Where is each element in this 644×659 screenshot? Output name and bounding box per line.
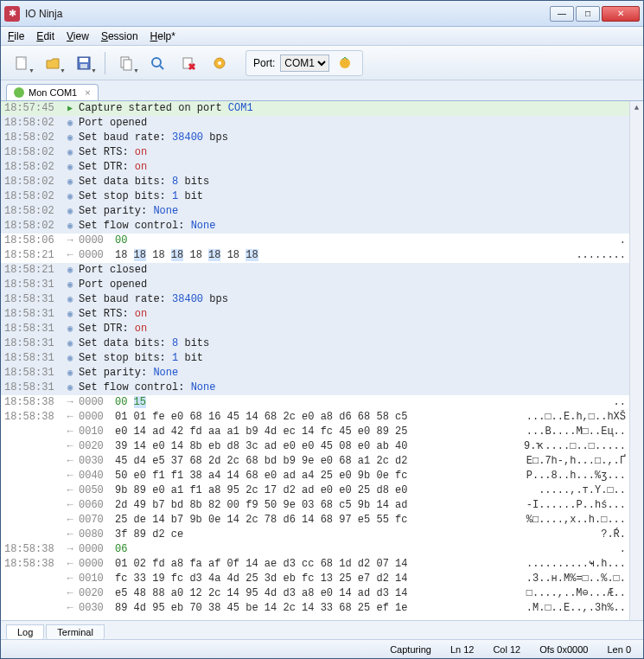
log-line[interactable]: 18:58:02 Set DTR: on — [1, 160, 643, 175]
tab-close-icon[interactable]: × — [85, 87, 90, 98]
log-line[interactable]: 18:58:02 Set baud rate: 38400 bps — [1, 131, 643, 145]
status-ofs: Ofs 0x0000 — [539, 644, 588, 655]
settings-button[interactable] — [206, 50, 233, 76]
log-line[interactable]: 18:58:06 0000 00. — [1, 234, 643, 248]
log-line[interactable]: 18:58:21 0000 18 18 18 18 18 18 18 18...… — [1, 248, 643, 263]
log-line[interactable]: 18:58:02 Set flow control: None — [1, 219, 643, 234]
timestamp: 18:58:31 — [4, 366, 61, 381]
log-text: Set baud rate: 38400 bps — [79, 292, 228, 307]
session-tabs: Mon COM1 × — [1, 80, 643, 101]
log-area[interactable]: ▲ 18:57:45 Capture started on port COM11… — [1, 101, 643, 620]
toolbar: ▼ ▼ ▼ ▼ Port: COM1 — [1, 46, 643, 80]
ascii-dump: ...B....M□..Eц.. — [526, 425, 643, 439]
log-line[interactable]: 18:58:31 Set DTR: on — [1, 322, 643, 336]
rx-arrow-icon — [61, 528, 79, 542]
timestamp: 18:58:31 — [4, 278, 61, 292]
timestamp: 18:57:45 — [4, 101, 61, 116]
rx-arrow-icon — [61, 513, 79, 528]
menu-file[interactable]: File — [8, 30, 24, 42]
capture-button[interactable] — [335, 54, 355, 73]
tab-terminal[interactable]: Terminal — [46, 624, 105, 639]
ascii-dump: ..........ҹ.h... — [526, 557, 643, 572]
log-line[interactable]: 0030 89 4d 95 eb 70 38 45 be 14 2c 14 33… — [1, 601, 643, 616]
info-icon — [61, 189, 79, 204]
svg-point-12 — [218, 61, 221, 65]
log-line[interactable]: 18:58:31 Set RTS: on — [1, 307, 643, 322]
log-text: Set data bits: 8 bits — [79, 336, 209, 351]
info-icon — [61, 175, 79, 189]
info-icon — [61, 336, 79, 351]
close-button[interactable]: ✕ — [602, 6, 640, 22]
tab-label: Mon COM1 — [29, 87, 77, 98]
tab-mon-com1[interactable]: Mon COM1 × — [6, 84, 99, 100]
log-line[interactable]: 18:58:38 0000 01 02 fd a8 fa af 0f 14 ae… — [1, 557, 643, 572]
port-label: Port: — [253, 57, 275, 69]
log-line[interactable]: 18:58:02 Set parity: None — [1, 204, 643, 219]
port-select[interactable]: COM1 — [280, 54, 329, 72]
tab-log[interactable]: Log — [6, 624, 44, 639]
tx-arrow-icon — [61, 234, 79, 248]
app-icon: ✱ — [4, 6, 20, 22]
timestamp — [4, 572, 61, 586]
copy-button[interactable]: ▼ — [112, 50, 140, 76]
log-line[interactable]: 0030 45 d4 e5 37 68 2d 2c 68 bd b9 9e e0… — [1, 454, 643, 469]
timestamp: 18:58:38 — [4, 410, 61, 425]
ascii-dump: %□....,x..h.□... — [526, 513, 643, 528]
log-line[interactable]: 18:58:31 Set flow control: None — [1, 381, 643, 395]
log-line[interactable]: 18:58:31 Set stop bits: 1 bit — [1, 351, 643, 366]
log-line[interactable]: 0010 fc 33 19 fc d3 4a 4d 25 3d eb fc 13… — [1, 572, 643, 586]
hex-bytes: 18 18 18 18 18 18 18 18 — [115, 248, 258, 263]
menu-help[interactable]: Help* — [150, 30, 175, 42]
log-line[interactable]: 0060 2d 49 b7 bd 8b 82 00 f9 50 9e 03 68… — [1, 498, 643, 513]
log-line[interactable]: 0040 50 e0 f1 f1 38 a4 14 68 e0 ad a4 25… — [1, 469, 643, 483]
scroll-up-icon[interactable]: ▲ — [630, 101, 643, 115]
log-line[interactable]: 18:58:21 Port closed — [1, 263, 643, 278]
hex-offset: 0040 — [79, 469, 115, 483]
log-line[interactable]: 0070 25 de 14 b7 9b 0e 14 2c 78 d6 14 68… — [1, 513, 643, 528]
find-button[interactable] — [143, 50, 171, 76]
tab-icon — [14, 87, 24, 98]
hex-bytes: 01 02 fd a8 fa af 0f 14 ae d3 cc 68 1d d… — [115, 557, 407, 572]
timestamp: 18:58:31 — [4, 351, 61, 366]
log-line[interactable]: 0010 e0 14 ad 42 fd aa a1 b9 4d ec 14 fc… — [1, 425, 643, 439]
scrollbar[interactable]: ▲ — [629, 101, 643, 620]
svg-point-13 — [340, 58, 350, 68]
log-line[interactable]: 18:58:31 Set parity: None — [1, 366, 643, 381]
hex-offset: 0000 — [79, 395, 115, 410]
hex-bytes: 06 — [115, 542, 127, 557]
new-button[interactable]: ▼ — [8, 50, 35, 76]
minimize-button[interactable]: — — [550, 6, 574, 22]
log-line[interactable]: 0020 39 14 e0 14 8b eb d8 3c ad e0 e0 45… — [1, 439, 643, 454]
save-button[interactable]: ▼ — [70, 50, 98, 76]
log-line[interactable]: 0050 9b 89 e0 a1 f1 a8 95 2c 17 d2 ad e0… — [1, 483, 643, 498]
info-icon — [61, 278, 79, 292]
timestamp: 18:58:31 — [4, 292, 61, 307]
log-line[interactable]: 0080 3f 89 d2 ce?.Ŕ. — [1, 528, 643, 542]
log-line[interactable]: 18:58:02 Port opened — [1, 116, 643, 131]
open-button[interactable]: ▼ — [39, 50, 67, 76]
hex-offset: 0010 — [79, 425, 115, 439]
ascii-dump: .M.□..E..,.3h%.. — [526, 601, 643, 616]
log-line[interactable]: 18:58:02 Set stop bits: 1 bit — [1, 189, 643, 204]
log-line[interactable]: 18:58:38 0000 06. — [1, 542, 643, 557]
log-line[interactable]: 18:58:31 Port opened — [1, 278, 643, 292]
log-line[interactable]: 18:57:45 Capture started on port COM1 — [1, 101, 643, 116]
log-line[interactable]: 18:58:02 Set data bits: 8 bits — [1, 175, 643, 189]
menu-session[interactable]: Session — [101, 30, 138, 42]
log-line[interactable]: 18:58:38 0000 00 15.. — [1, 395, 643, 410]
menu-view[interactable]: View — [67, 30, 89, 42]
menu-edit[interactable]: Edit — [36, 30, 54, 42]
status-col: Col 12 — [493, 644, 520, 655]
maximize-button[interactable]: □ — [576, 6, 600, 22]
timestamp: 18:58:02 — [4, 160, 61, 175]
clear-button[interactable] — [175, 50, 202, 76]
log-line[interactable]: 18:58:31 Set baud rate: 38400 bps — [1, 292, 643, 307]
log-line[interactable]: 18:58:31 Set data bits: 8 bits — [1, 336, 643, 351]
log-line[interactable]: 18:58:02 Set RTS: on — [1, 145, 643, 160]
svg-rect-2 — [80, 58, 88, 62]
timestamp — [4, 425, 61, 439]
log-line[interactable]: 0020 e5 48 88 a0 12 2c 14 95 4d d3 a8 e0… — [1, 586, 643, 601]
log-line[interactable]: 18:58:38 0000 01 01 fe e0 68 16 45 14 68… — [1, 410, 643, 425]
info-icon — [61, 160, 79, 175]
timestamp: 18:58:02 — [4, 145, 61, 160]
